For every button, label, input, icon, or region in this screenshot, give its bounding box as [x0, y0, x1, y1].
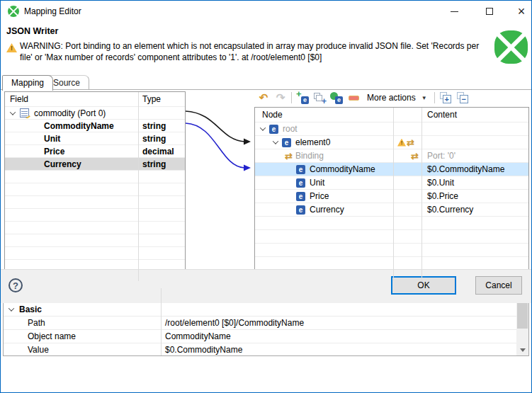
help-button[interactable]: ?: [9, 278, 23, 292]
toolbar-separator: [291, 92, 292, 103]
collapse-all-button[interactable]: −: [456, 91, 469, 104]
column-header-type: Type: [138, 94, 185, 104]
scrollbar-thumb[interactable]: [517, 300, 528, 329]
more-actions-button[interactable]: More actions ▼: [364, 91, 430, 105]
table-row[interactable]: Unit string: [5, 132, 185, 144]
node-table-column-divider[interactable]: [393, 108, 394, 281]
help-icon: ?: [13, 280, 18, 291]
table-row[interactable]: e Currency $0.Currency: [255, 203, 528, 216]
field-name: Unit: [44, 134, 60, 144]
add-wildcard-element-button[interactable]: e: [330, 91, 343, 104]
scroll-down-button[interactable]: [516, 344, 528, 355]
expand-all-button[interactable]: +: [439, 91, 452, 104]
title-bar: Mapping Editor ×: [1, 1, 531, 22]
warning-message: WARNING: Port binding to an element whic…: [20, 40, 489, 63]
table-row-port-root[interactable]: commodity (Port 0): [5, 106, 185, 119]
node-content: $0.Price: [427, 191, 458, 201]
table-row-root[interactable]: e root: [255, 122, 528, 135]
element-icon: e: [296, 192, 305, 201]
property-name: Value: [28, 345, 49, 355]
node-label: CommodityName: [310, 164, 375, 174]
chevron-down-icon[interactable]: [273, 138, 278, 144]
node-content: $0.Currency: [427, 205, 473, 215]
undo-icon: ↶: [259, 91, 268, 104]
node-content: $0.CommodityName: [427, 164, 504, 174]
field-mapping-arrow: [186, 123, 244, 168]
add-element-button[interactable]: + e: [296, 91, 309, 104]
table-row-selected[interactable]: Currency string: [5, 157, 185, 170]
field-name: CommodityName: [44, 121, 114, 131]
binding-label: Binding: [295, 151, 324, 161]
node-label: Unit: [310, 178, 324, 188]
table-row-selected[interactable]: e CommodityName $0.CommodityName: [255, 162, 528, 176]
node-label: element0: [295, 137, 330, 147]
property-name: Object name: [28, 331, 76, 341]
node-content: $0.Unit: [427, 178, 454, 188]
table-row[interactable]: Object name CommodityName: [4, 329, 528, 343]
property-value: $0.CommodityName: [161, 345, 528, 355]
cancel-button[interactable]: Cancel: [475, 276, 522, 295]
record-icon: [20, 108, 29, 118]
expand-all-icon: +: [440, 92, 451, 103]
table-row[interactable]: Path /root/element0 [$0]/CommodityName: [4, 316, 528, 329]
property-value: /root/element0 [$0]/CommodityName: [161, 318, 528, 328]
property-value: CommodityName: [161, 331, 528, 341]
ok-button[interactable]: OK: [391, 276, 456, 295]
maximize-button[interactable]: [477, 1, 502, 22]
chevron-down-icon[interactable]: [9, 305, 14, 311]
node-label: root: [283, 124, 298, 134]
chevron-down-icon[interactable]: [260, 125, 266, 130]
table-row[interactable]: Value $0.CommodityName: [4, 343, 528, 356]
warning-line-2: file' or 'Max number of records' compone…: [20, 52, 489, 63]
remove-button[interactable]: [347, 91, 360, 104]
table-row-group[interactable]: Basic: [4, 302, 528, 316]
close-button[interactable]: ×: [509, 1, 532, 22]
property-name: Path: [28, 318, 45, 328]
property-table-column-divider[interactable]: [161, 288, 162, 355]
table-row[interactable]: Price decimal: [5, 144, 185, 157]
mapping-editor-dialog: Mapping Editor × JSON Writer ! WARNING: …: [0, 0, 532, 393]
node-table-column-divider[interactable]: [421, 108, 422, 281]
redo-button[interactable]: ↷: [274, 91, 287, 104]
element-icon: e: [296, 165, 305, 174]
port-mapping-arrow: [186, 111, 244, 142]
minimize-button[interactable]: [442, 1, 466, 22]
table-row-element0[interactable]: e element0 ! ⇄: [255, 135, 528, 149]
table-row[interactable]: CommodityName string: [5, 119, 185, 132]
column-header-field: Field: [5, 94, 138, 104]
element-icon: e: [296, 178, 305, 188]
remove-icon: [349, 96, 359, 101]
node-label: Price: [310, 191, 329, 201]
node-label: Currency: [310, 205, 344, 215]
redo-icon: ↷: [276, 91, 285, 104]
warning-line-1: WARNING: Port binding to an element whic…: [20, 40, 489, 52]
field-table-column-divider[interactable]: [138, 92, 139, 281]
dialog-footer: ? OK Cancel: [1, 269, 531, 303]
chevron-down-icon[interactable]: [10, 109, 16, 115]
element-icon: e: [269, 125, 278, 134]
table-row-binding[interactable]: ⇄ Binding ⇄ Port: '0': [255, 149, 528, 162]
column-header-node: Node: [255, 110, 393, 120]
node-toolbar: ↶ ↷ + e + e: [257, 90, 469, 106]
field-name: Price: [44, 147, 64, 156]
field-type: decimal: [138, 147, 185, 156]
property-group-label: Basic: [19, 304, 42, 314]
port-root-label: commodity (Port 0): [34, 108, 106, 118]
toolbar-separator: [434, 92, 435, 103]
table-row[interactable]: e Unit $0.Unit: [255, 176, 528, 189]
table-row[interactable]: e Price $0.Price: [255, 189, 528, 203]
binding-content: Port: '0': [427, 151, 455, 161]
column-header-content: Content: [421, 110, 528, 120]
binding-icon: ⇄: [407, 138, 414, 147]
field-name: Currency: [44, 159, 81, 169]
node-table: Node Content e root e element0: [254, 107, 529, 282]
page-title: JSON Writer: [6, 26, 58, 36]
undo-button[interactable]: ↶: [257, 91, 270, 104]
binding-icon: ⇄: [285, 152, 293, 161]
maximize-icon: [486, 8, 493, 15]
close-icon: ×: [518, 5, 526, 18]
window-title: Mapping Editor: [24, 1, 81, 22]
add-attribute-button[interactable]: +: [313, 91, 326, 104]
tab-mapping[interactable]: Mapping: [2, 75, 53, 91]
cloverdx-logo-icon: [494, 30, 528, 64]
